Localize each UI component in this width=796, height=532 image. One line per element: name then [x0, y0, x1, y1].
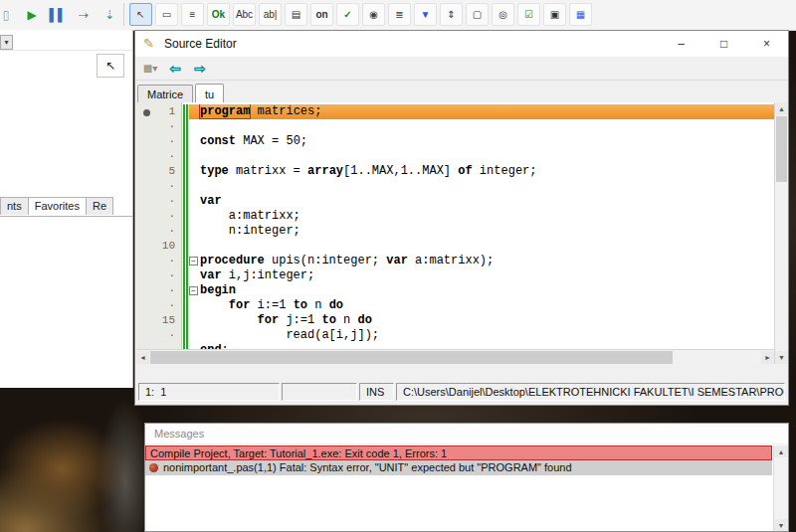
- tab-nts[interactable]: nts: [0, 197, 29, 215]
- scroll-left-icon[interactable]: ◄: [136, 351, 149, 364]
- property-grid[interactable]: [0, 216, 132, 388]
- code-line[interactable]: var: [189, 194, 774, 209]
- code-line[interactable]: type matrixx = array[1..MAX,1..MAX] of i…: [189, 164, 774, 179]
- source-editor-window: ✎ Source Editor –□× ▩▾⇦⇨ Matricetu 1···5…: [134, 30, 789, 406]
- main-toolbar: ▯▶▌▌⇢⇣⇡ ↖▭≡OkAbcab|▤on✓◉≣▼⇕▢◎☑▣▦: [0, 0, 796, 31]
- pointer-tool-button[interactable]: ↖: [97, 54, 124, 78]
- checkgroup-icon[interactable]: ☑: [517, 3, 540, 26]
- gutter-line[interactable]: 5: [136, 164, 175, 179]
- gutter-line[interactable]: ·: [136, 134, 175, 149]
- editor-window-icon: ✎: [143, 36, 154, 51]
- gutter-line[interactable]: 15: [136, 313, 175, 328]
- tabsheet-icon[interactable]: ▭: [155, 3, 178, 26]
- code-editor[interactable]: 1···5····10····15·· program matrices;con…: [136, 102, 774, 349]
- checkbox-icon[interactable]: ✓: [336, 3, 359, 26]
- gutter-line[interactable]: ·: [136, 298, 175, 313]
- code-line[interactable]: n:integer;: [189, 224, 774, 239]
- insert-mode: INS: [359, 383, 394, 401]
- cursor-position: 1: 1: [138, 383, 280, 401]
- editor-tab-tu[interactable]: tu: [195, 84, 224, 102]
- radiogroup-icon[interactable]: ◎: [492, 3, 514, 26]
- scrollbar-icon[interactable]: ⇕: [440, 3, 463, 26]
- scrollbar-thumb[interactable]: [150, 351, 673, 364]
- scrollbar-thumb[interactable]: [776, 116, 787, 182]
- window-titlebar[interactable]: ✎ Source Editor –□×: [135, 31, 788, 58]
- editor-gutter[interactable]: 1···5····10····15··: [136, 102, 182, 349]
- combobox-icon[interactable]: ▼: [414, 3, 437, 26]
- gutter-line[interactable]: ·: [136, 224, 175, 239]
- status-panel: [282, 383, 357, 401]
- fold-collapse-icon[interactable]: −: [189, 286, 198, 295]
- stringgrid-icon[interactable]: ▦: [569, 3, 592, 26]
- gutter-line[interactable]: ·: [136, 254, 175, 268]
- togglebox-icon[interactable]: on: [310, 3, 333, 26]
- fold-collapse-icon[interactable]: −: [189, 257, 198, 266]
- gutter-line[interactable]: ·: [136, 194, 175, 209]
- vertical-scrollbar[interactable]: ▲ ▼: [774, 102, 788, 364]
- code-line[interactable]: [189, 149, 774, 164]
- component-selector-row: ▾: [0, 32, 132, 51]
- code-line[interactable]: procedure upis(n:integer; var a:matrixx)…: [189, 254, 774, 268]
- gutter-line[interactable]: ·: [136, 209, 175, 224]
- radiobutton-icon[interactable]: ◉: [362, 3, 385, 26]
- tab-favorites[interactable]: Favorites: [28, 197, 87, 215]
- button-icon[interactable]: Ok: [207, 3, 230, 26]
- run-button[interactable]: ▶: [20, 3, 44, 27]
- pause-button[interactable]: ▌▌: [46, 3, 70, 27]
- step-over-button[interactable]: ⇢: [72, 3, 96, 27]
- gutter-line[interactable]: 10: [136, 239, 175, 254]
- memo-icon[interactable]: ▤: [285, 3, 307, 26]
- gutter-line[interactable]: ·: [136, 283, 175, 298]
- scroll-down-icon[interactable]: ▼: [775, 351, 788, 364]
- chevron-down-icon[interactable]: ▾: [0, 35, 13, 50]
- step-into-button[interactable]: ⇣: [98, 3, 121, 27]
- messages-title: Messages: [145, 424, 788, 444]
- mainmenu-icon[interactable]: ≡: [181, 3, 204, 26]
- gutter-line[interactable]: ·: [136, 119, 175, 134]
- gutter-line[interactable]: ·: [136, 179, 175, 194]
- select-tool-icon[interactable]: ↖: [129, 3, 152, 26]
- gutter-line[interactable]: ·: [136, 149, 175, 164]
- listbox-icon[interactable]: ≣: [388, 3, 411, 26]
- message-row[interactable]: nonimportant_.pas(1,1) Fatal: Syntax err…: [145, 460, 772, 475]
- code-line[interactable]: read(a[i,j]);: [189, 328, 774, 343]
- horizontal-scrollbar[interactable]: ◄ ►: [136, 349, 774, 364]
- scroll-up-icon[interactable]: ▲: [775, 102, 788, 115]
- message-text: Compile Project, Target: Tutorial_1.exe:…: [150, 447, 447, 459]
- partial-icon[interactable]: ▯: [0, 3, 18, 27]
- file-path: C:\Users\Danijel\Desktop\ELEKTROTEHNICKI…: [396, 383, 785, 401]
- component-palette: ↖▭≡OkAbcab|▤on✓◉≣▼⇕▢◎☑▣▦: [129, 3, 592, 26]
- code-line[interactable]: [189, 239, 774, 254]
- code-line[interactable]: const MAX = 50;: [189, 134, 774, 149]
- editor-tab-matrice[interactable]: Matrice: [137, 85, 193, 102]
- edit-icon[interactable]: ab|: [259, 3, 282, 26]
- editor-history-button[interactable]: ▩▾: [140, 59, 160, 78]
- gutter-line[interactable]: 1: [136, 104, 175, 119]
- gutter-marker[interactable]: [143, 109, 150, 116]
- close-button[interactable]: ×: [745, 31, 788, 57]
- code-line[interactable]: [189, 179, 774, 194]
- code-line[interactable]: var i,j:integer;: [189, 268, 774, 283]
- maximize-button[interactable]: □: [702, 31, 745, 57]
- minimize-button[interactable]: –: [660, 31, 702, 57]
- code-line[interactable]: program matrices;: [189, 104, 774, 119]
- code-line[interactable]: for j:=1 to n do: [189, 313, 774, 328]
- window-title: Source Editor: [164, 37, 237, 51]
- jump-back-button[interactable]: ⇦: [165, 59, 185, 78]
- panel-icon[interactable]: ▣: [543, 3, 566, 26]
- label-icon[interactable]: Abc: [233, 3, 256, 26]
- code-line[interactable]: for i:=1 to n do: [189, 298, 774, 313]
- code-line[interactable]: [189, 119, 774, 134]
- tab-re[interactable]: Re: [86, 197, 113, 215]
- scroll-right-icon[interactable]: ►: [761, 351, 774, 364]
- jump-forward-button[interactable]: ⇨: [190, 59, 210, 78]
- messages-scrollbar[interactable]: ▲ ▼: [773, 445, 788, 531]
- groupbox-icon[interactable]: ▢: [466, 3, 489, 26]
- scroll-up-icon[interactable]: ▲: [774, 445, 788, 457]
- code-line[interactable]: a:matrixx;: [189, 209, 774, 224]
- gutter-line[interactable]: ·: [136, 328, 175, 343]
- gutter-line[interactable]: ·: [136, 268, 175, 283]
- scroll-down-icon[interactable]: ▼: [774, 519, 788, 531]
- message-row[interactable]: Compile Project, Target: Tutorial_1.exe:…: [145, 445, 772, 460]
- code-line[interactable]: begin−: [189, 283, 774, 298]
